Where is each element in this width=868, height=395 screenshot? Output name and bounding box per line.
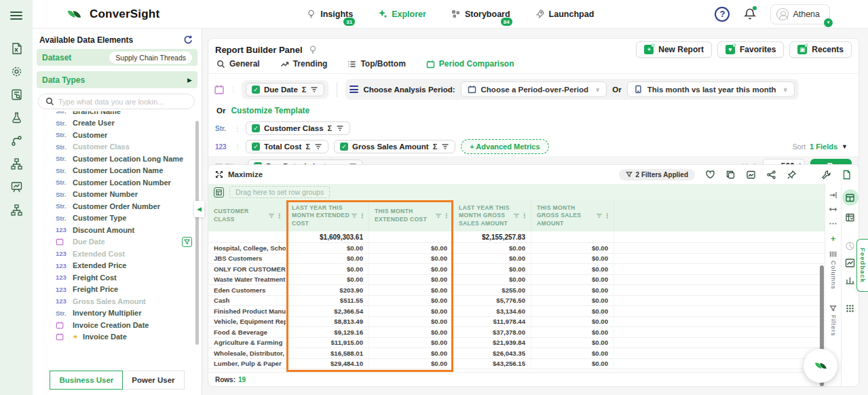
panel-collapse-handle[interactable]: ◀: [194, 201, 204, 217]
hierarchy-icon[interactable]: [10, 157, 23, 170]
field-item[interactable]: 123Freight Price: [56, 284, 202, 296]
field-item[interactable]: Str.Customer Location Name: [56, 165, 202, 177]
recents-button[interactable]: ▣Recents: [789, 41, 852, 58]
table-row[interactable]: Hospital, College, School...$0.00$0.00$0…: [208, 243, 825, 254]
more-options-icon[interactable]: [829, 219, 837, 228]
sort-value[interactable]: 1 Fields: [810, 143, 837, 151]
columns-tool-button[interactable]: Columns: [829, 250, 837, 290]
bar-chart-icon[interactable]: [845, 274, 856, 285]
field-item[interactable]: Invoice Creation Date: [56, 319, 202, 331]
column-header-icons[interactable]: ⋮: [435, 212, 449, 219]
column-header[interactable]: THIS MONTH GROSS SALES AMOUNT⋮: [531, 200, 614, 231]
field-item[interactable]: Str.Customer Location Long Name: [56, 153, 202, 165]
table-row[interactable]: Eden Customers$203.90$0.00$255.00$0.00: [208, 285, 825, 296]
row-groups-bar[interactable]: Drag here to set row groups: [208, 184, 825, 200]
field-item[interactable]: Str.Customer Number: [56, 189, 202, 201]
hint-bulb-icon[interactable]: [308, 45, 318, 54]
menu-icon[interactable]: [10, 10, 22, 22]
table-row[interactable]: ONLY FOR CUSTOMER I...$0.00$0.00$0.00$0.…: [208, 264, 825, 275]
business-user-tab[interactable]: Business User: [50, 371, 123, 390]
add-column-icon[interactable]: +: [831, 233, 836, 244]
filters-tool-button[interactable]: Filters: [829, 305, 837, 337]
data-types-row[interactable]: Data Types ▶: [37, 71, 197, 88]
field-item[interactable]: 123Gross Sales Amount: [56, 295, 202, 307]
dataset-row[interactable]: Dataset Supply Chain Threads: [37, 49, 197, 66]
notifications-bell-icon[interactable]: [743, 7, 757, 21]
user-menu[interactable]: Athena ▾: [770, 4, 830, 24]
field-item[interactable]: Str.Customer Location Number: [56, 176, 202, 189]
dashboard-chart-icon[interactable]: [10, 181, 23, 193]
gross-sales-amount-chip[interactable]: ✓ Gross Sales Amount Σ: [334, 140, 455, 153]
drag-handle-icon[interactable]: ⋮: [230, 86, 236, 93]
column-header[interactable]: LAST YEAR THIS MONTH EXTENDED COST⋮: [286, 200, 369, 231]
drag-handle-icon[interactable]: ⋮: [234, 143, 240, 151]
more-views-grid-icon[interactable]: [845, 303, 856, 314]
search-input[interactable]: [58, 98, 181, 106]
column-header-icons[interactable]: ⋮: [351, 212, 365, 219]
column-header-icons[interactable]: ⋮: [596, 212, 610, 219]
filter-lines-icon[interactable]: [336, 124, 344, 132]
audit-document-icon[interactable]: [10, 88, 23, 101]
period-over-period-dropdown[interactable]: Choose a Period-over-Period ∨: [461, 81, 607, 97]
nav-item-insights[interactable]: Insights 31: [306, 9, 353, 19]
new-report-button[interactable]: +New Report: [636, 41, 712, 58]
sigma-icon[interactable]: Σ: [433, 143, 438, 151]
table-row[interactable]: Vehicle, Equipment Rep...$8,813.49$0.00$…: [208, 317, 825, 328]
field-item[interactable]: Str.Customer Type: [56, 212, 202, 225]
table-row[interactable]: Food & Beverage$9,129.16$0.00$37,378.00$…: [208, 327, 825, 338]
table-row[interactable]: Finished Product Manuf...$2,366.54$0.00$…: [208, 306, 825, 317]
power-user-tab[interactable]: Power User: [123, 371, 184, 390]
field-item[interactable]: Due Date: [56, 236, 202, 248]
table-row[interactable]: Cash$511.55$0.00$5,776.50$0.00: [208, 296, 825, 307]
pie-chart-icon[interactable]: [845, 240, 856, 251]
table-row[interactable]: Waste Water Treatment$0.00$0.00$0.00$0.0…: [208, 275, 825, 286]
customize-template-link[interactable]: Customize Template: [231, 106, 309, 115]
refresh-icon[interactable]: [183, 35, 193, 45]
share-icon[interactable]: [766, 170, 776, 180]
expand-horizontal-icon[interactable]: [829, 205, 837, 214]
filters-applied-pill[interactable]: 2 Filters Applied: [619, 169, 695, 181]
column-header[interactable]: CUSTOMER CLASS⋮: [208, 200, 286, 231]
total-cost-chip[interactable]: ✓ Total Cost Σ: [246, 140, 328, 153]
assistant-chat-bubble[interactable]: [804, 349, 837, 383]
advanced-metrics-button[interactable]: + Advanced Metrics: [461, 139, 548, 154]
tab-general[interactable]: General: [216, 59, 260, 69]
tools-icon[interactable]: [821, 170, 831, 180]
checkbox-checked-icon[interactable]: ✓: [252, 86, 260, 94]
table-view-icon[interactable]: [842, 189, 858, 206]
maximize-button[interactable]: Maximize: [215, 170, 263, 178]
checkbox-checked-icon[interactable]: ✓: [252, 143, 260, 151]
conversight-logo[interactable]: ConverSight: [64, 4, 159, 24]
pivot-view-icon[interactable]: [845, 212, 856, 223]
line-chart-icon[interactable]: [845, 257, 856, 268]
totals-row[interactable]: $1,609,303.61$2,155,257.83: [208, 231, 825, 243]
field-item[interactable]: Str.Create User: [56, 117, 202, 130]
table-row[interactable]: Lumber, Pulp & Paper$29,484.10$0.00$43,2…: [208, 359, 825, 370]
field-item[interactable]: Str.Customer Class: [56, 141, 202, 153]
checkbox-checked-icon[interactable]: ✓: [252, 124, 260, 132]
nav-item-launchpad[interactable]: Launchpad: [535, 9, 595, 19]
field-item[interactable]: ★Invoice Date: [56, 331, 202, 343]
tab-top-bottom[interactable]: Top/Bottom: [347, 59, 405, 69]
data-search-box[interactable]: [38, 94, 195, 109]
sigma-icon[interactable]: Σ: [328, 124, 333, 132]
feedback-tab[interactable]: Feedback: [856, 239, 868, 292]
nav-item-explorer[interactable]: Explorer: [377, 9, 426, 19]
report-document-icon[interactable]: [842, 170, 852, 180]
lab-flask-icon[interactable]: [10, 111, 23, 124]
pin-icon[interactable]: [787, 170, 797, 180]
workflow-branch-icon[interactable]: [10, 134, 23, 147]
nav-item-storyboard[interactable]: Storyboard 84: [451, 9, 510, 19]
chevron-down-icon[interactable]: ▼: [842, 143, 848, 150]
column-header[interactable]: THIS MONTH EXTENDED COST⋮: [369, 200, 453, 231]
field-item[interactable]: Str.Customer: [56, 129, 202, 141]
table-row[interactable]: Agriculture & Farming$11,915.00$0.00$21,…: [208, 338, 825, 349]
spreadsheet-icon[interactable]: [10, 42, 23, 55]
column-header[interactable]: LAST YEAR THIS MONTH GROSS SALES AMOUNT⋮: [453, 200, 531, 231]
organization-icon[interactable]: [10, 204, 23, 217]
field-item[interactable]: Str.Branch Name: [56, 111, 202, 117]
field-item[interactable]: Str.Inventory Multiplier: [56, 307, 202, 320]
table-row[interactable]: Wholesale, Distributor, R...$16,588.01$0…: [208, 348, 825, 359]
panel-resize-icon[interactable]: [829, 191, 837, 200]
field-item[interactable]: Str.Customer Order Number: [56, 200, 202, 212]
